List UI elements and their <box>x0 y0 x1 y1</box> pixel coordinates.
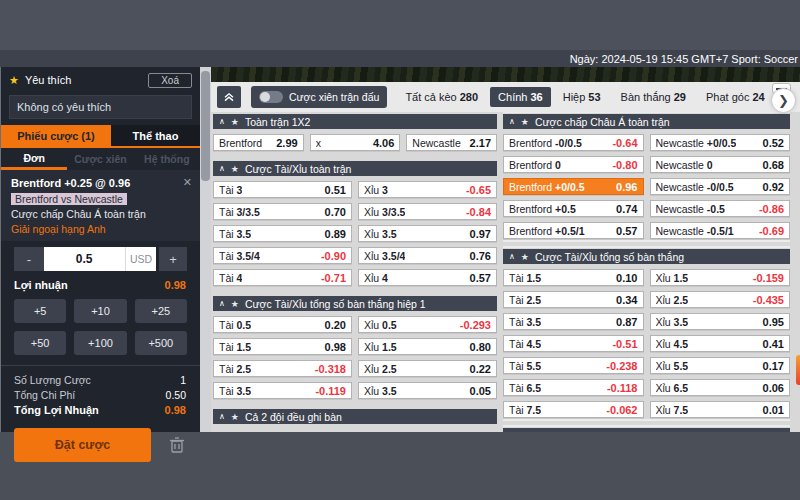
odds-value: 0.01 <box>763 404 784 416</box>
odds-cell[interactable]: Newcastle -0/0.50.92 <box>650 178 791 195</box>
odds-cell[interactable]: Xỉu 1.50.80 <box>358 338 497 355</box>
tabs-next-arrow[interactable]: ❯ <box>771 88 796 113</box>
panel-header[interactable]: ∧★Cả 2 đội đều ghi bàn <box>213 409 497 424</box>
odds-cell[interactable]: Tài 3.5/4-0.90 <box>213 247 352 264</box>
panel-header[interactable]: ∧★Toàn trận 1X2 <box>213 114 497 129</box>
favorite-panel-icon[interactable]: ★ <box>231 117 239 127</box>
odds-cell[interactable]: Tài 3.50.89 <box>213 225 352 242</box>
odds-cell[interactable]: Tài 4-0.71 <box>213 269 352 286</box>
panel-header[interactable]: ∧★Cược Tài/Xỉu toàn trận <box>213 161 497 176</box>
parlay-toggle-group[interactable]: Cược xiên trận đấu <box>251 86 387 108</box>
odds-cell[interactable]: Tài 3/3.50.70 <box>213 203 352 220</box>
stake-input[interactable] <box>44 247 125 271</box>
odds-cell[interactable]: x4.06 <box>310 134 401 151</box>
toggle-switch[interactable] <box>259 91 283 103</box>
subtab-single[interactable]: Đơn <box>1 148 67 170</box>
favorite-panel-icon[interactable]: ★ <box>231 164 239 174</box>
collapse-panel-icon[interactable]: ∧ <box>219 412 225 421</box>
odds-cell[interactable]: Xỉu 3.5/40.76 <box>358 247 497 264</box>
clear-favorites-button[interactable]: Xoá <box>148 73 192 88</box>
odds-cell[interactable]: Xỉu 3.50.95 <box>650 313 791 330</box>
favorite-panel-icon[interactable]: ★ <box>521 252 529 262</box>
collapse-panel-icon[interactable]: ∧ <box>509 117 515 126</box>
tab-sports[interactable]: Thể thao <box>111 125 200 146</box>
odds-cell[interactable]: Xỉu 3-0.65 <box>358 181 497 198</box>
panel-header[interactable]: ∧★Cược chấp Châu Á toàn trận <box>503 114 790 129</box>
subtab-system[interactable]: Hệ thống <box>134 148 200 170</box>
odds-label: Tài 4.5 <box>509 338 541 350</box>
odds-cell[interactable]: Brentford 0-0.80 <box>503 156 644 173</box>
odds-cell[interactable]: Tài 30.51 <box>213 181 352 198</box>
odds-cell[interactable]: Brentford +0.5/10.57 <box>503 222 644 239</box>
odds-cell[interactable]: Xỉu 5.50.17 <box>650 357 791 374</box>
odds-cell[interactable]: Brentford +0.50.74 <box>503 200 644 217</box>
odds-cell[interactable]: Tài 0.50.20 <box>213 316 352 333</box>
quick-add-500-button[interactable]: +500 <box>135 331 187 355</box>
collapse-panel-icon[interactable]: ∧ <box>219 164 225 173</box>
market-tab-3[interactable]: Bàn thắng29 <box>613 87 694 107</box>
odds-cell[interactable]: Brentford -0/0.5-0.64 <box>503 134 644 151</box>
odds-cell[interactable]: Xỉu 1.5-0.159 <box>650 269 791 286</box>
odds-cell[interactable]: Tài 4.5-0.51 <box>503 335 644 352</box>
tab-bet-slip[interactable]: Phiếu cược (1) <box>1 125 111 146</box>
odds-cell[interactable]: Tài 5.5-0.238 <box>503 357 644 374</box>
sidebar-scrollbar[interactable] <box>200 67 211 432</box>
odds-cell[interactable]: Tài 2.50.34 <box>503 291 644 308</box>
stake-decrease-button[interactable]: - <box>14 247 44 271</box>
favorite-panel-icon[interactable]: ★ <box>521 431 529 433</box>
odds-cell[interactable]: Newcastle 00.68 <box>650 156 791 173</box>
favorite-panel-icon[interactable]: ★ <box>231 299 239 309</box>
place-bet-button[interactable]: Đặt cược <box>14 428 151 462</box>
quick-add-50-button[interactable]: +50 <box>14 331 66 355</box>
odds-cell[interactable]: Tài 3.5-0.119 <box>213 382 352 399</box>
collapse-all-button[interactable] <box>217 86 241 108</box>
odds-cell[interactable]: Newcastle -0.5/1-0.69 <box>650 222 791 239</box>
panel-header[interactable]: ∧★Cược Tài/Xỉu tổng số bàn thắng <box>503 249 790 264</box>
odds-cell[interactable]: Xỉu 3.50.97 <box>358 225 497 242</box>
collapse-panel-icon[interactable]: ∧ <box>219 117 225 126</box>
market-tab-2[interactable]: Hiệp53 <box>555 87 609 107</box>
quick-add-5-button[interactable]: +5 <box>14 299 66 323</box>
quick-add-100-button[interactable]: +100 <box>74 331 126 355</box>
odds-cell[interactable]: Tài 3.50.87 <box>503 313 644 330</box>
remove-bet-icon[interactable]: ✕ <box>183 176 192 189</box>
collapse-panel-icon[interactable]: ∧ <box>219 299 225 308</box>
market-tab-0[interactable]: Tất cả kèo280 <box>397 87 486 107</box>
odds-cell[interactable]: Newcastle -0.5-0.86 <box>650 200 791 217</box>
subtab-parlay[interactable]: Cược xiên <box>67 148 133 170</box>
odds-cell[interactable]: Tài 1.50.10 <box>503 269 644 286</box>
quick-add-25-button[interactable]: +25 <box>135 299 187 323</box>
odds-label: Tài 1.5 <box>219 341 251 353</box>
odds-cell[interactable]: Xỉu 3.50.05 <box>358 382 497 399</box>
odds-cell[interactable]: Newcastle +0/0.50.52 <box>650 134 791 151</box>
odds-cell[interactable]: Tài 2.5-0.318 <box>213 360 352 377</box>
panel-header[interactable]: ∧★ <box>503 428 790 432</box>
odds-cell[interactable]: Xỉu 3/3.5-0.84 <box>358 203 497 220</box>
collapse-panel-icon[interactable]: ∧ <box>509 252 515 261</box>
odds-cell[interactable]: Tài 7.5-0.062 <box>503 401 644 418</box>
stake-increase-button[interactable]: + <box>159 247 187 271</box>
scrollbar-thumb[interactable] <box>201 71 210 181</box>
odds-cell[interactable]: Brentford2.99 <box>213 134 304 151</box>
trash-icon[interactable] <box>169 436 185 454</box>
market-tab-1[interactable]: Chính36 <box>490 87 551 107</box>
floating-widget[interactable] <box>796 355 800 385</box>
favorite-panel-icon[interactable]: ★ <box>521 117 529 127</box>
collapse-panel-icon[interactable]: ∧ <box>509 431 515 432</box>
odds-cell[interactable]: Xỉu 40.57 <box>358 269 497 286</box>
odds-cell[interactable]: Xỉu 7.50.01 <box>650 401 791 418</box>
odds-cell[interactable]: Tài 6.5-0.118 <box>503 379 644 396</box>
odds-cell[interactable]: Xỉu 2.5-0.435 <box>650 291 791 308</box>
odds-cell[interactable]: Xỉu 4.50.41 <box>650 335 791 352</box>
favorite-panel-icon[interactable]: ★ <box>231 412 239 422</box>
odds-cell[interactable]: Brentford +0/0.50.96 <box>503 178 644 195</box>
odds-cell[interactable]: Xỉu 6.50.06 <box>650 379 791 396</box>
panel-header[interactable]: ∧★Cược Tài/Xỉu tổng số bàn thắng hiệp 1 <box>213 296 497 311</box>
quick-add-10-button[interactable]: +10 <box>74 299 126 323</box>
odds-cell[interactable]: Xỉu 2.50.22 <box>358 360 497 377</box>
odds-cell[interactable]: Tài 1.50.98 <box>213 338 352 355</box>
odds-cell[interactable]: Xỉu 0.5-0.293 <box>358 316 497 333</box>
odds-cell[interactable]: Newcastle2.17 <box>406 134 497 151</box>
odds-handicap: 0.5 <box>237 319 252 331</box>
market-tab-4[interactable]: Phạt góc24 <box>698 87 773 107</box>
